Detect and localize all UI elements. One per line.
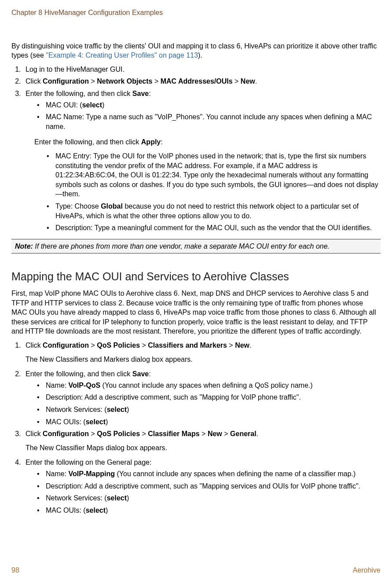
bullet-name-voipqos: Name: VoIP-QoS (You cannot include any s…: [37, 381, 381, 390]
steps-list-1: Log in to the HiveManager GUI. Click Con…: [11, 65, 381, 132]
t: Type: Choose: [55, 202, 101, 210]
bullet-netsvc: Network Services: (select): [37, 405, 381, 415]
step-3: Enter the following, and then click Save…: [23, 89, 381, 131]
bullet-mac-entry: MAC Entry: Type the OUI for the VoIP pho…: [47, 151, 381, 199]
bullet-description: Description: Type a meaningful comment f…: [47, 223, 381, 233]
steps-list-2: Click Configuration > QoS Policies > Cla…: [11, 341, 381, 515]
t: >: [89, 77, 97, 85]
t: >: [152, 77, 160, 85]
example-link[interactable]: "Example 4: Creating User Profiles" on p…: [46, 51, 198, 59]
bullet-type: Type: Choose Global because you do not n…: [47, 202, 381, 220]
section-intro: First, map VoIP phone MAC OUIs to Aerohi…: [11, 289, 381, 336]
bullet-desc2: Description: Add a descriptive comment, …: [37, 481, 381, 491]
t: Global: [101, 202, 123, 210]
t: ): [106, 418, 108, 426]
t: New: [241, 77, 255, 85]
t: >: [233, 77, 241, 85]
t: Configuration: [43, 77, 89, 85]
t: >: [200, 430, 208, 437]
t: >: [89, 430, 97, 437]
page-number: 98: [11, 566, 19, 575]
bullet-name-voipmap: Name: VoIP-Mapping (You cannot include a…: [37, 469, 381, 479]
t: select: [107, 494, 127, 502]
t: Name:: [46, 382, 69, 389]
t: >: [140, 430, 148, 437]
t: Configuration: [43, 342, 89, 349]
t: Name:: [46, 470, 69, 477]
t: New: [208, 430, 222, 437]
step3-bullets: MAC OUI: (select) MAC Name: Type a name …: [26, 100, 381, 132]
t: ): [102, 101, 104, 109]
t: Click: [26, 77, 43, 85]
t: MAC OUIs: (: [46, 418, 86, 426]
t: MAC Addresses/OUIs: [161, 77, 233, 85]
t: VoIP-Mapping: [69, 470, 115, 477]
t: >: [89, 342, 97, 349]
step2-4: Enter the following on the General page:…: [23, 458, 381, 515]
t: QoS Policies: [97, 342, 140, 349]
step2-2: Enter the following, and then click Save…: [23, 369, 381, 426]
note-label: Note:: [15, 242, 33, 250]
t: select: [86, 507, 106, 514]
t: Apply: [141, 138, 161, 146]
bullet-macouis2: MAC OUIs: (select): [37, 506, 381, 515]
t: (You cannot include any spaces when defi…: [100, 382, 312, 389]
t: Network Objects: [97, 77, 152, 85]
step-1: Log in to the HiveManager GUI.: [23, 65, 381, 74]
t: .: [255, 77, 257, 85]
t: :: [161, 138, 162, 146]
t: >: [227, 342, 235, 349]
t: .: [256, 430, 258, 437]
bullet-mac-oui: MAC OUI: (select): [37, 100, 381, 110]
t: ): [106, 507, 108, 514]
intro-text-c: ).: [198, 51, 202, 59]
t: Classifier Maps: [148, 430, 199, 437]
t: select: [107, 406, 127, 413]
footer: 98 Aerohive: [11, 566, 381, 575]
t: Enter the following, and then click: [26, 90, 132, 97]
t: Enter the following on the General page:: [26, 459, 151, 466]
t: Enter the following, and then click: [26, 370, 132, 378]
t: MAC OUIs: (: [46, 507, 86, 514]
t: Configuration: [43, 430, 89, 437]
step-2: Click Configuration > Network Objects > …: [23, 77, 381, 86]
step2-3: Click Configuration > QoS Policies > Cla…: [23, 429, 381, 452]
t: Click: [26, 342, 43, 349]
bullet-netsvc2: Network Services: (select): [37, 493, 381, 503]
apply-bullets: MAC Entry: Type the OUI for the VoIP pho…: [34, 151, 381, 233]
t: MAC OUI: (: [46, 101, 82, 109]
bullet-macouis: MAC OUIs: (select): [37, 417, 381, 427]
step2-1: Click Configuration > QoS Policies > Cla…: [23, 341, 381, 364]
step2-2-bullets: Name: VoIP-QoS (You cannot include any s…: [26, 381, 381, 426]
step2-4-bullets: Name: VoIP-Mapping (You cannot include a…: [26, 469, 381, 515]
t: ): [127, 494, 129, 502]
brand-name: Aerohive: [353, 566, 381, 575]
t: New: [235, 342, 249, 349]
t: Save: [132, 370, 149, 378]
note-text: If there are phones from more than one v…: [33, 242, 330, 250]
t: ): [127, 406, 129, 413]
intro-paragraph: By distinguishing voice traffic by the c…: [11, 41, 381, 60]
t: VoIP-QoS: [69, 382, 101, 389]
dialog-text-1: The New Classifiers and Markers dialog b…: [26, 355, 381, 364]
dialog-text-2: The New Classifier Maps dialog box appea…: [26, 443, 381, 453]
t: Classifiers and Markers: [148, 342, 227, 349]
t: (You cannot include any spaces when defi…: [115, 470, 355, 477]
t: select: [82, 101, 102, 109]
t: Network Services: (: [46, 494, 107, 502]
bullet-mac-name: MAC Name: Type a name such as "VoIP_Phon…: [37, 112, 381, 131]
t: :: [149, 90, 150, 97]
t: Save: [132, 90, 149, 97]
t: Network Services: (: [46, 406, 107, 413]
t: >: [140, 342, 148, 349]
page: Chapter 8 HiveManager Configuration Exam…: [0, 0, 392, 584]
t: Click: [26, 430, 43, 437]
t: >: [222, 430, 230, 437]
bullet-desc: Description: Add a descriptive comment, …: [37, 393, 381, 402]
t: Enter the following, and then click: [34, 138, 141, 146]
t: select: [86, 418, 106, 426]
t: .: [249, 342, 251, 349]
t: QoS Policies: [97, 430, 140, 437]
t: General: [230, 430, 256, 437]
section-heading: Mapping the MAC OUI and Services to Aero…: [11, 269, 381, 284]
